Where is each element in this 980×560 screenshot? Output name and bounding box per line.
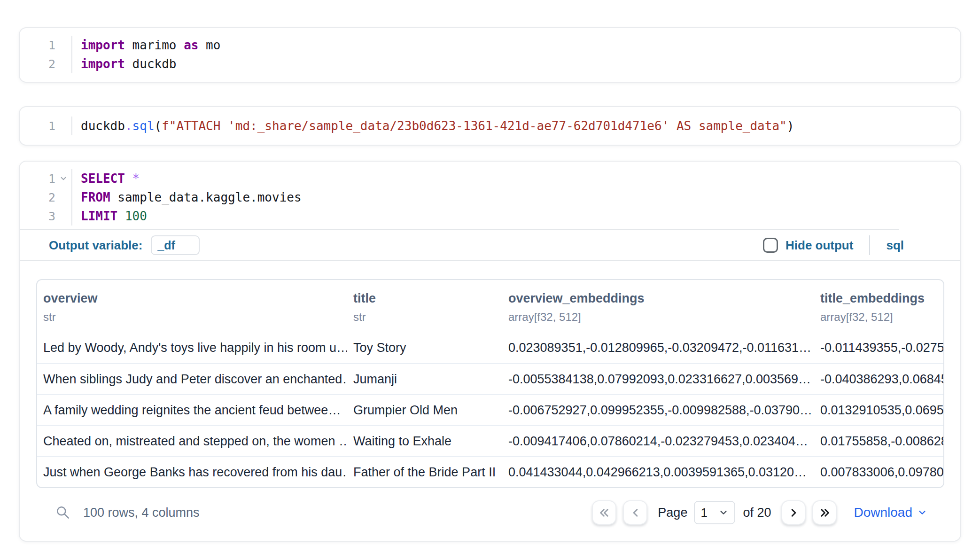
line-number: 1 [48,119,55,133]
code-text[interactable]: SELECT * [72,171,140,186]
table-footer: 100 rows, 4 columns Page 1 of 20 [36,488,944,541]
star-token: * [125,171,140,186]
hide-output-checkbox[interactable] [763,238,778,253]
cell-title: Waiting to Exhale [347,434,502,449]
table-row[interactable]: Cheated on, mistreated and stepped on, t… [37,425,943,456]
line-number: 3 [48,210,55,223]
previous-page-button[interactable] [623,500,647,525]
cell-title: Jumanji [347,372,502,387]
cell-title: Toy Story [347,341,502,355]
code-token: marimo [125,38,184,52]
column-name: overview_embeddings [508,291,814,306]
cell-overview-embeddings: -0.006752927,0.099952355,-0.009982588,-0… [502,403,814,418]
keyword-token: import [81,57,125,71]
output-bar-controls: Hide output sql [763,235,904,255]
hide-output-label[interactable]: Hide output [786,238,853,253]
output-variable-label: Output variable: [49,238,142,253]
cell-output-area: overview str title str overview_embeddin… [20,261,960,541]
code-text[interactable]: FROM sample_data.kaggle.movies [72,190,302,204]
code-line[interactable]: 1 duckdb.sql(f"ATTACH 'md:_share/sample_… [20,117,960,135]
column-name: title [353,291,502,306]
download-label: Download [854,505,912,520]
last-page-button[interactable] [812,500,837,525]
code-text[interactable]: import marimo as mo [72,38,220,52]
cell-overview: When siblings Judy and Peter discover an… [37,372,347,387]
cell-title-embeddings: -0.011439355,-0.027525 [814,341,943,355]
cell-overview: Led by Woody, Andy's toys live happily i… [37,341,347,355]
code-line[interactable]: 2 FROM sample_data.kaggle.movies [20,188,960,207]
dataframe-table: overview str title str overview_embeddin… [36,279,944,488]
fold-slot [55,188,71,207]
column-dtype: array[f32, 512] [508,311,814,324]
first-page-button[interactable] [592,500,616,525]
column-header-overview[interactable]: overview str [37,291,347,324]
code-token: duckdb [81,119,125,133]
search-icon[interactable] [55,505,71,521]
code-line[interactable]: 2 import duckdb [20,54,960,73]
chevrons-right-icon [818,506,831,519]
cell-title: Grumpier Old Men [347,403,502,418]
code-line[interactable]: 1 import marimo as mo [20,36,960,54]
table-row[interactable]: Led by Woody, Andy's toys live happily i… [37,332,943,363]
page-total-label: of 20 [743,506,771,520]
table-row[interactable]: Just when George Banks has recovered fro… [37,456,943,487]
table-header-row: overview str title str overview_embeddin… [37,280,943,332]
code-text[interactable]: LIMIT 100 [72,209,147,223]
number-token: 100 [117,209,147,223]
code-text[interactable]: duckdb.sql(f"ATTACH 'md:_share/sample_da… [72,119,794,133]
pagination-controls: Page 1 of 20 Download [592,500,927,525]
cell-overview-embeddings: 0.023089351,-0.012809965,-0.03209472,-0.… [502,341,814,355]
table-row[interactable]: A family wedding reignites the ancient f… [37,394,943,425]
line-number-gutter: 1 [20,36,72,54]
fold-slot [55,207,71,226]
method-token: sql [132,119,155,133]
fold-chevron-down-icon[interactable] [59,174,68,183]
chevron-right-icon [787,506,800,519]
code-token: ( [155,119,162,133]
code-line[interactable]: 3 LIMIT 100 [20,207,960,226]
line-number-gutter: 2 [20,54,72,73]
chevrons-left-icon [598,506,611,519]
line-number: 2 [48,191,55,204]
code-token: . [125,119,132,133]
cell-overview: Just when George Banks has recovered fro… [37,465,347,480]
download-button[interactable]: Download [854,505,927,520]
line-number: 2 [48,57,55,71]
fold-slot [55,54,71,73]
language-badge: sql [886,238,904,253]
code-token: duckdb [125,57,177,71]
column-name: title_embeddings [820,291,943,306]
column-header-title[interactable]: title str [347,291,502,324]
chevron-left-icon [629,506,642,519]
cell-overview: Cheated on, mistreated and stepped on, t… [37,434,347,449]
code-cell-imports[interactable]: 1 import marimo as mo 2 import duckdb [19,27,961,83]
column-name: overview [43,291,347,306]
page-number-select[interactable]: 1 [694,501,735,524]
fold-slot [55,117,71,135]
next-page-button[interactable] [781,500,806,525]
page-number-value: 1 [700,506,707,520]
column-dtype: array[f32, 512] [820,311,943,324]
cell-overview-embeddings: -0.009417406,0.07860214,-0.023279453,0.0… [502,434,814,449]
table-row[interactable]: When siblings Judy and Peter discover an… [37,363,943,394]
output-variable-input[interactable] [151,235,200,255]
cell-overview: A family wedding reignites the ancient f… [37,403,347,418]
code-cell-attach[interactable]: 1 duckdb.sql(f"ATTACH 'md:_share/sample_… [19,106,961,146]
cell-title: Father of the Bride Part II [347,465,502,480]
code-line[interactable]: 1 SELECT * [20,169,960,188]
column-header-overview-embeddings[interactable]: overview_embeddings array[f32, 512] [502,291,814,324]
line-number-gutter: 3 [20,207,72,226]
sql-cell[interactable]: 1 SELECT * 2 FROM sample_data.kaggle.mov… [19,161,961,542]
keyword-token: import [81,38,125,52]
code-text[interactable]: import duckdb [72,57,177,71]
line-number-gutter: 1 [20,117,72,135]
column-header-title-embeddings[interactable]: title_embeddings array[f32, 512] [814,291,943,324]
keyword-token: LIMIT [81,209,117,223]
column-dtype: str [353,311,502,324]
string-token: f"ATTACH 'md:_share/sample_data/23b0d623… [162,119,787,133]
page-label: Page [658,506,687,520]
chevron-down-icon [917,507,927,518]
code-token: sample_data.kaggle.movies [110,190,302,204]
chevron-down-icon [718,507,729,518]
cell-overview-embeddings: 0.041433044,0.042966213,0.0039591365,0.0… [502,465,814,480]
